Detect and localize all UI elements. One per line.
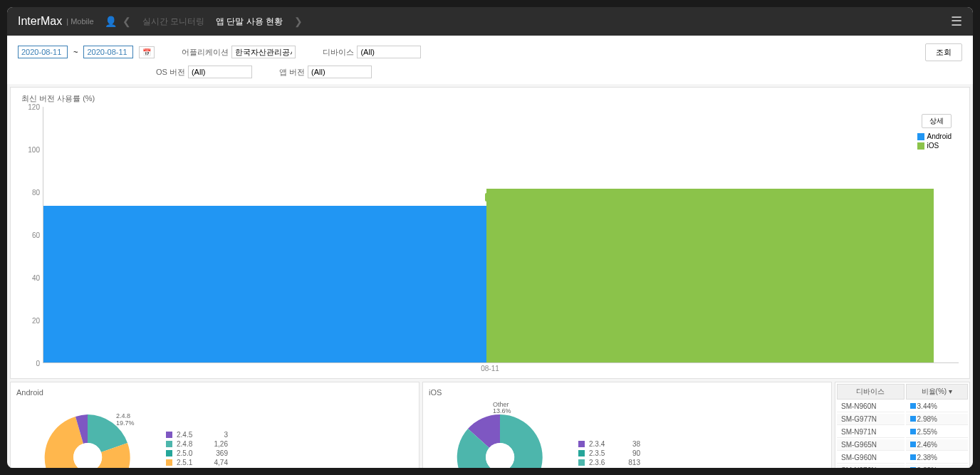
- legend-value: 1: [207, 468, 228, 469]
- bar-icon: [910, 403, 916, 409]
- legend-swatch: [578, 450, 585, 456]
- app-input[interactable]: [231, 46, 296, 58]
- legend-name: 2.4.5: [177, 431, 202, 439]
- legend-name: 2.3.5: [589, 449, 615, 457]
- os-input[interactable]: [188, 66, 252, 78]
- query-button[interactable]: 조회: [925, 43, 962, 61]
- ios-pie-panel: iOS Other 13.6% 2.3.6 86.3% 2.3.4382.3.5…: [422, 382, 832, 468]
- android-pie[interactable]: 2.4.8 19.7% 2.5.1 74.3%: [16, 397, 159, 468]
- date-from-input[interactable]: [18, 46, 68, 58]
- y-tick: 120: [28, 103, 40, 111]
- legend-row[interactable]: 2.3.438: [578, 440, 640, 448]
- appver-label: 앱 버전: [279, 67, 305, 78]
- y-tick: 100: [28, 146, 40, 154]
- y-tick: 0: [36, 360, 40, 367]
- calendar-icon[interactable]: 📅: [139, 46, 155, 58]
- legend-value: 38: [619, 440, 640, 448]
- legend-swatch-ios: [917, 142, 924, 150]
- chart-legend: 상세 Android iOS: [917, 114, 952, 150]
- bottom-panels: Android 2.4.8 19.7% 2.5.1 74.3% 2.4.532.…: [10, 382, 970, 468]
- ios-pie-legend: 2.3.4382.3.5902.3.6813: [578, 440, 640, 468]
- table-row[interactable]: SM-N971N2.55%: [837, 427, 968, 438]
- pie-label: 2.4.8: [116, 412, 130, 419]
- legend-row[interactable]: 2.4.53: [166, 431, 228, 439]
- android-pie-panel: Android 2.4.8 19.7% 2.5.1 74.3% 2.4.532.…: [10, 382, 419, 468]
- legend-row[interactable]: 2.4.81,26: [166, 440, 228, 448]
- y-tick: 60: [32, 231, 40, 239]
- table-row[interactable]: SM-G977N2.98%: [837, 414, 968, 425]
- legend-value: 813: [619, 459, 640, 466]
- ratio-cell: 2.38%: [906, 452, 968, 464]
- nav-realtime[interactable]: 실시간 모니터링: [142, 16, 204, 28]
- logo: InterMax: [18, 15, 62, 28]
- table-row[interactable]: SM-G965N2.46%: [837, 439, 968, 451]
- legend-name: 2.5.0: [177, 449, 202, 457]
- ios-pie[interactable]: Other 13.6% 2.3.6 86.3%: [429, 397, 571, 468]
- legend-name: 2.3.6: [589, 459, 615, 466]
- date-to-input[interactable]: [83, 46, 133, 58]
- filter-bar: ~ 📅 어플리케이션 디바이스 조회: [7, 36, 973, 68]
- y-tick: 80: [32, 189, 40, 197]
- app-label: 어플리케이션: [182, 47, 229, 58]
- ios-pie-title: iOS: [429, 388, 825, 397]
- legend-row[interactable]: 2.3.590: [578, 449, 640, 457]
- ratio-cell: 2.32%: [906, 465, 968, 468]
- legend-swatch: [578, 441, 585, 447]
- device-table[interactable]: 디바이스 비율(%) ▾ SM-N960N3.44%SM-G977N2.98%S…: [835, 382, 970, 468]
- ratio-cell: 2.98%: [906, 414, 968, 425]
- filter-bar-2: OS 버전 앱 버전: [7, 66, 973, 84]
- legend-name: 2.4.8: [177, 440, 202, 448]
- device-input[interactable]: [357, 46, 421, 58]
- device-cell: SM-N960N: [837, 401, 905, 412]
- y-tick: 20: [32, 317, 40, 325]
- user-icon[interactable]: 👤: [105, 16, 117, 27]
- logo-sub: | Mobile: [66, 17, 93, 26]
- table-row[interactable]: SM-N976N2.32%: [837, 465, 968, 468]
- menu-icon[interactable]: ☰: [951, 14, 962, 29]
- device-cell: SM-G977N: [837, 414, 905, 425]
- bar-icon: [910, 467, 916, 468]
- bar-icon: [910, 416, 916, 422]
- legend-row[interactable]: 2.5.0369: [166, 449, 228, 457]
- col-device[interactable]: 디바이스: [837, 384, 905, 400]
- legend-swatch: [166, 459, 172, 466]
- nav-prev-icon[interactable]: ❮: [123, 16, 131, 27]
- app-window: InterMax | Mobile 👤 ❮ 실시간 모니터링 앱 단말 사용 현…: [7, 7, 973, 468]
- legend-swatch: [166, 441, 172, 447]
- table-row[interactable]: SM-N960N3.44%: [837, 401, 968, 412]
- legend-swatch: [166, 450, 172, 456]
- chart-title: 최신 버전 사용률 (%): [21, 93, 959, 104]
- detail-button[interactable]: 상세: [922, 114, 952, 128]
- bar-ios[interactable]: [486, 189, 934, 362]
- legend-row[interactable]: 2.3.6813: [578, 459, 640, 466]
- legend-name: 2.5.2: [177, 468, 202, 469]
- bar-icon: [910, 442, 916, 447]
- legend-name: 2.3.4: [589, 440, 615, 448]
- android-pie-legend: 2.4.532.4.81,262.5.03692.5.14,742.5.21: [166, 431, 228, 469]
- legend-value: 369: [207, 449, 228, 457]
- nav-next-icon[interactable]: ❯: [294, 16, 303, 27]
- bar-icon: [910, 454, 916, 460]
- legend-value: 4,74: [207, 459, 228, 466]
- legend-value: 90: [619, 449, 640, 457]
- plot-area[interactable]: 81.250 Android: 08-11 [73.423] 상세 Androi…: [43, 107, 959, 363]
- table-row[interactable]: SM-G960N2.38%: [837, 452, 968, 464]
- pie-label: 19.7%: [116, 419, 135, 427]
- legend-value: 1,26: [207, 440, 228, 448]
- ratio-cell: 2.55%: [906, 427, 968, 438]
- header: InterMax | Mobile 👤 ❮ 실시간 모니터링 앱 단말 사용 현…: [7, 7, 973, 36]
- device-cell: SM-N971N: [837, 427, 905, 438]
- x-axis-label: 08-11: [21, 365, 959, 372]
- device-label: 디바이스: [323, 47, 354, 58]
- col-ratio[interactable]: 비율(%) ▾: [906, 384, 968, 400]
- bar-icon: [910, 429, 916, 434]
- nav-app-device[interactable]: 앱 단말 사용 현황: [216, 16, 283, 28]
- appver-input[interactable]: [308, 66, 372, 78]
- legend-label: iOS: [927, 142, 939, 150]
- ratio-cell: 2.46%: [906, 439, 968, 451]
- legend-row[interactable]: 2.5.21: [166, 468, 228, 469]
- bar-android[interactable]: 81.250 Android: 08-11 [73.423]: [43, 206, 489, 362]
- legend-row[interactable]: 2.5.14,74: [166, 459, 228, 466]
- os-label: OS 버전: [156, 67, 185, 78]
- legend-swatch: [166, 432, 172, 438]
